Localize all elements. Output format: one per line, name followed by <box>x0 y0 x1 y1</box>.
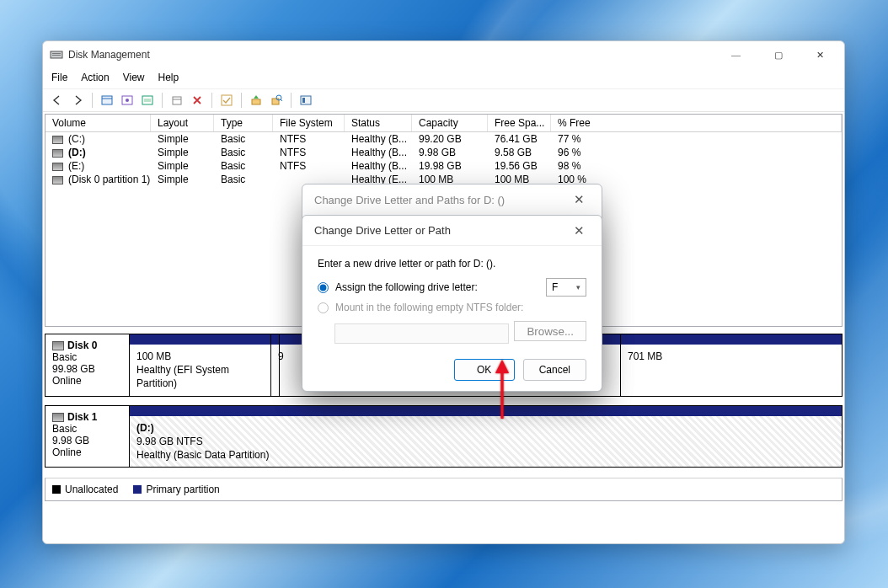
drive-letter-select[interactable]: F <box>546 278 586 297</box>
partition[interactable]: 100 MBHealthy (EFI System Partition) <box>130 334 271 396</box>
col-free[interactable]: Free Spa... <box>488 115 551 131</box>
radio-assign-input[interactable] <box>318 282 329 293</box>
minimize-button[interactable]: — <box>726 46 746 64</box>
toolbar-icon-4[interactable] <box>169 93 185 108</box>
toolbar <box>43 89 844 112</box>
toolbar-icon-last[interactable] <box>298 93 313 108</box>
svg-rect-14 <box>302 98 305 103</box>
annotation-arrow <box>490 358 514 425</box>
col-pct[interactable]: % Free <box>551 115 842 131</box>
maximize-button[interactable]: ▢ <box>769 46 788 64</box>
svg-rect-8 <box>173 97 181 104</box>
menubar: File Action View Help <box>43 68 844 89</box>
col-fs[interactable]: File System <box>273 115 345 131</box>
col-type[interactable]: Type <box>214 115 273 131</box>
partition[interactable]: 701 MB <box>621 334 842 396</box>
partition[interactable]: (D:)9.98 GB NTFSHealthy (Basic Data Part… <box>130 406 842 468</box>
radio-assign[interactable]: Assign the following drive letter: F <box>318 278 586 297</box>
svg-rect-7 <box>144 99 151 102</box>
window-title: Disk Management <box>68 49 726 61</box>
svg-rect-10 <box>252 99 260 104</box>
radio-mount-input[interactable] <box>318 302 329 313</box>
dialog-change-letter: Change Drive Letter or Path ✕ Enter a ne… <box>302 215 602 392</box>
partition[interactable]: 9 <box>271 334 280 396</box>
forward-icon[interactable] <box>70 93 85 108</box>
dialog-title: Change Drive Letter or Path <box>314 224 451 237</box>
cancel-button[interactable]: Cancel <box>523 359 586 381</box>
menu-view[interactable]: View <box>123 72 145 83</box>
col-capacity[interactable]: Capacity <box>412 115 488 131</box>
radio-mount[interactable]: Mount in the following empty NTFS folder… <box>318 302 586 313</box>
svg-rect-13 <box>301 96 311 104</box>
menu-help[interactable]: Help <box>158 72 179 83</box>
menu-action[interactable]: Action <box>81 72 109 83</box>
dialog-prompt: Enter a new drive letter or path for D: … <box>318 258 586 270</box>
toolbar-icon-3[interactable] <box>140 93 155 108</box>
legend-primary: Primary partition <box>146 484 219 495</box>
svg-point-5 <box>126 99 129 102</box>
app-icon <box>50 48 63 61</box>
col-layout[interactable]: Layout <box>151 115 214 131</box>
toolbar-icon-1[interactable] <box>99 93 115 108</box>
toolbar-up-icon[interactable] <box>249 93 264 108</box>
table-header[interactable]: Volume Layout Type File System Status Ca… <box>45 115 842 132</box>
browse-button: Browse... <box>514 321 586 341</box>
dialog-back-close-icon[interactable]: ✕ <box>569 190 590 209</box>
table-row[interactable]: (E:)SimpleBasicNTFSHealthy (B...19.98 GB… <box>45 159 842 173</box>
toolbar-search-icon[interactable] <box>269 93 284 108</box>
disk-row: Disk 1Basic9.98 GBOnline(D:)9.98 GB NTFS… <box>45 405 843 468</box>
svg-rect-2 <box>52 55 61 56</box>
close-button[interactable]: ✕ <box>811 46 829 64</box>
svg-rect-11 <box>272 99 279 104</box>
toolbar-icon-2[interactable] <box>120 93 135 108</box>
back-icon[interactable] <box>50 93 65 108</box>
mount-path-input <box>334 323 509 344</box>
col-status[interactable]: Status <box>345 115 412 131</box>
col-volume[interactable]: Volume <box>45 115 151 131</box>
dialog-back-title: Change Drive Letter and Paths for D: () <box>314 194 505 206</box>
svg-rect-1 <box>52 53 61 54</box>
dialog-close-icon[interactable]: ✕ <box>569 222 590 240</box>
svg-rect-3 <box>102 96 112 104</box>
titlebar[interactable]: Disk Management — ▢ ✕ <box>43 41 844 68</box>
menu-file[interactable]: File <box>51 72 67 83</box>
toolbar-check-icon[interactable] <box>219 93 234 108</box>
table-row[interactable]: (D:)SimpleBasicNTFSHealthy (B...9.98 GB9… <box>45 146 842 159</box>
toolbar-delete-icon[interactable] <box>190 93 205 108</box>
legend: Unallocated Primary partition <box>45 478 843 501</box>
radio-assign-label: Assign the following drive letter: <box>335 281 478 293</box>
svg-rect-9 <box>222 95 232 105</box>
table-row[interactable]: (C:)SimpleBasicNTFSHealthy (B...99.20 GB… <box>45 132 842 146</box>
radio-mount-label: Mount in the following empty NTFS folder… <box>335 302 523 313</box>
legend-unallocated: Unallocated <box>65 484 118 495</box>
